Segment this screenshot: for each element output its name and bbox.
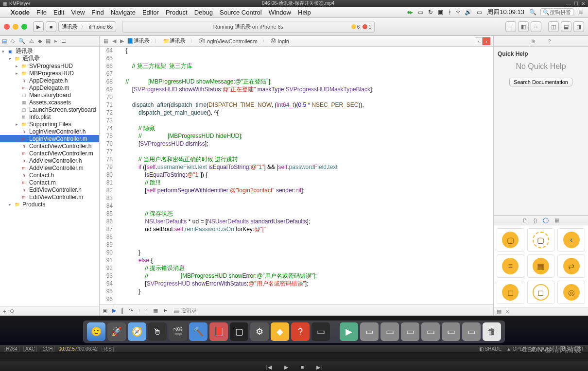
step-over-icon[interactable]: ↷ xyxy=(129,307,133,314)
spotlight-icon[interactable]: 🔍 xyxy=(529,9,536,16)
tree-row[interactable]: mEditViewController.m xyxy=(0,193,99,201)
tree-row[interactable]: hLoginViewController.h xyxy=(0,128,99,135)
tree-row[interactable]: hAppDelegate.h xyxy=(0,77,99,84)
activity-viewer[interactable]: Running 通讯录 on iPhone 6s 6 1 xyxy=(122,21,375,33)
app-menu[interactable]: Xcode xyxy=(11,9,30,16)
screenshare-icon[interactable]: ●▸ xyxy=(407,9,413,16)
dock-app[interactable]: 🖱 xyxy=(148,322,167,341)
tree-row[interactable]: mLoginViewController.m xyxy=(0,135,99,142)
back-button[interactable]: ◀ xyxy=(111,38,117,44)
toggle-debug-area-icon[interactable]: ▣ xyxy=(103,307,107,314)
step-in-icon[interactable]: ↓ xyxy=(138,307,141,313)
tree-row[interactable]: hAddViewController.h xyxy=(0,157,99,164)
dock-finder[interactable]: 🙂 xyxy=(87,322,105,341)
dock-sysprefs[interactable]: ⚙ xyxy=(250,322,269,341)
library-item[interactable]: ≡ xyxy=(497,254,524,278)
kmplayer-min-icon[interactable]: ― xyxy=(566,1,571,6)
dock-safari[interactable]: 🧭 xyxy=(128,322,146,341)
kmplayer-max-icon[interactable]: ☐ xyxy=(574,1,578,6)
dock-app[interactable]: ▭ xyxy=(380,322,399,341)
stop-icon[interactable]: ■ xyxy=(301,364,304,370)
jump-file[interactable]: ⓜ LoginViewController.m xyxy=(199,37,259,45)
filter-icon[interactable]: ⊙ xyxy=(10,308,14,314)
kmplayer-close-icon[interactable]: ✕ xyxy=(581,1,585,6)
library-filter-icon[interactable]: ⊙ xyxy=(505,308,510,315)
next-track-icon[interactable]: ▶| xyxy=(316,364,322,371)
issue-navigator-tab[interactable]: ⚠ xyxy=(29,38,34,44)
standard-editor-button[interactable]: ≡ xyxy=(505,21,516,32)
warnings-badge[interactable]: 6 xyxy=(351,24,360,30)
version-editor-button[interactable]: ↔ xyxy=(531,21,541,32)
menu-debug[interactable]: Debug xyxy=(194,9,213,16)
search-documentation-button[interactable]: Search Documentation xyxy=(509,78,572,86)
dock-app[interactable]: ▭ xyxy=(442,322,460,341)
tree-row[interactable]: hContactViewController.h xyxy=(0,142,99,150)
library-item[interactable]: ⇄ xyxy=(557,254,585,278)
dock-app[interactable]: ▭ xyxy=(462,322,481,341)
library-item[interactable]: ‹ xyxy=(557,228,585,252)
jump-symbol[interactable]: Ⓜ -login xyxy=(271,37,290,45)
errors-badge[interactable]: 1 xyxy=(363,24,371,30)
step-out-icon[interactable]: ↑ xyxy=(146,307,149,313)
airplay-icon[interactable]: ▭ xyxy=(418,9,423,16)
menu-editor[interactable]: Editor xyxy=(142,9,159,16)
dock-app[interactable]: ? xyxy=(291,322,310,341)
tree-row[interactable]: mContact.m xyxy=(0,179,99,186)
toggle-inspector-button[interactable]: ◨ xyxy=(573,21,584,32)
dock-xcode[interactable]: 🔨 xyxy=(189,322,208,341)
library-grid-icon[interactable]: ▦ xyxy=(497,308,502,315)
dock-app[interactable]: ▭ xyxy=(360,322,379,341)
dock-app[interactable]: ▭ xyxy=(421,322,440,341)
tree-row[interactable]: hEditViewController.h xyxy=(0,186,99,193)
prev-issue-button[interactable]: ‹ xyxy=(475,37,483,45)
tree-row[interactable]: ▸📁Products xyxy=(0,201,99,208)
menu-edit[interactable]: Edit xyxy=(53,9,64,16)
dock-app[interactable]: ▶ xyxy=(340,322,358,341)
source-editor[interactable]: 6465666768697071727374757677787980818283… xyxy=(100,47,493,304)
tree-row[interactable]: hContact.h xyxy=(0,171,99,179)
battery-icon[interactable]: ▭ xyxy=(477,9,482,16)
object-library-tab[interactable]: ◯ xyxy=(543,217,549,223)
code-content[interactable]: { // 第三方框架 第三方库 // [MBProgressHUD showMe… xyxy=(116,47,493,304)
dock-app[interactable]: 🎬 xyxy=(169,322,187,341)
dock-launchpad[interactable]: 🚀 xyxy=(107,322,126,341)
library-item[interactable]: ▦ xyxy=(527,254,555,278)
menubar-clock[interactable]: 周四10:09:13 xyxy=(487,8,524,17)
toggle-navigator-button[interactable]: ◫ xyxy=(548,21,559,32)
toggle-debug-button[interactable]: ⬓ xyxy=(561,21,571,32)
library-item[interactable]: ◎ xyxy=(557,281,585,304)
run-button[interactable]: ▶ xyxy=(33,21,44,32)
tree-row[interactable]: ▸📁SVProgressHUD xyxy=(0,62,99,69)
wifi-icon[interactable]: ⌔ xyxy=(456,9,460,16)
dock-app[interactable]: ▭ xyxy=(401,322,419,341)
pause-icon[interactable]: ‖ xyxy=(121,307,124,314)
tree-row[interactable]: ▾📁通讯录 xyxy=(0,55,99,62)
assistant-editor-button[interactable]: ◧ xyxy=(518,21,529,32)
report-navigator-tab[interactable]: ☰ xyxy=(61,38,66,44)
menu-navigate[interactable]: Navigate xyxy=(111,9,136,16)
tree-row[interactable]: ▸📁Supporting Files xyxy=(0,120,99,128)
minimize-window[interactable] xyxy=(13,24,18,30)
menu-view[interactable]: View xyxy=(71,9,85,16)
prev-track-icon[interactable]: |◀ xyxy=(266,364,272,371)
tree-row[interactable]: mAddViewController.m xyxy=(0,164,99,171)
next-issue-button[interactable]: › xyxy=(483,37,490,45)
code-snippet-library-tab[interactable]: {} xyxy=(534,218,537,223)
jump-group[interactable]: 📁 通讯录 xyxy=(163,37,187,45)
volume-icon[interactable]: 🔊 xyxy=(465,9,472,16)
location-icon[interactable]: ➤ xyxy=(163,307,167,314)
zoom-window[interactable] xyxy=(21,24,27,30)
library-item[interactable]: ◻ xyxy=(497,281,524,304)
bluetooth-icon[interactable]: ᚼ xyxy=(448,9,451,16)
library-item[interactable]: ◻ xyxy=(527,281,555,304)
close-window[interactable] xyxy=(4,24,10,30)
project-navigator-tab[interactable]: ▤ xyxy=(2,38,7,44)
file-template-library-tab[interactable]: 🗋 xyxy=(522,218,528,223)
menu-product[interactable]: Product xyxy=(166,9,188,16)
forward-button[interactable]: ▶ xyxy=(119,38,125,44)
related-items-icon[interactable]: ▦ xyxy=(103,38,109,44)
find-navigator-tab[interactable]: 🔍 xyxy=(18,38,25,44)
tree-row[interactable]: 🗎Info.plist xyxy=(0,113,99,120)
debug-process[interactable]: ▤ 通讯录 xyxy=(174,307,197,314)
view-debug-icon[interactable]: ▦ xyxy=(153,307,158,314)
